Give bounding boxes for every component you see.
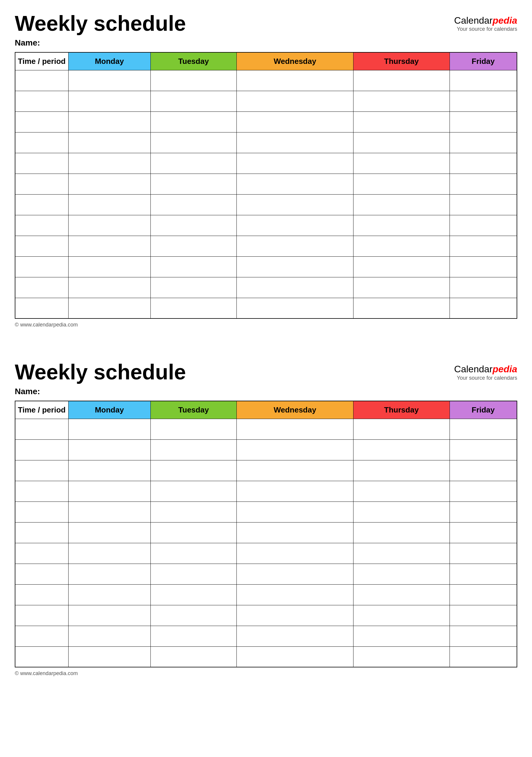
table-row <box>15 439 517 460</box>
header-2: Weekly schedule Calendarpedia Your sourc… <box>15 360 517 384</box>
table-row <box>15 111 517 132</box>
logo-calendar-2: Calendar <box>454 364 493 374</box>
table-row <box>15 481 517 501</box>
schedule-section-1: Weekly schedule Calendarpedia Your sourc… <box>0 0 532 337</box>
th-friday-1: Friday <box>450 52 517 70</box>
th-thursday-1: Thursday <box>353 52 450 70</box>
table-row <box>15 298 517 318</box>
table-row <box>15 91 517 111</box>
th-monday-2: Monday <box>68 401 150 419</box>
table-row <box>15 257 517 277</box>
logo-calendar-1: Calendar <box>454 15 493 26</box>
th-friday-2: Friday <box>450 401 517 419</box>
logo-subtitle-2: Your source for calendars <box>454 375 517 381</box>
header-1: Weekly schedule Calendarpedia Your sourc… <box>15 12 517 35</box>
table-row <box>15 419 517 439</box>
schedule-table-2: Time / period Monday Tuesday Wednesday T… <box>15 401 517 667</box>
table-row <box>15 132 517 153</box>
table-row <box>15 70 517 91</box>
th-time-period-1: Time / period <box>15 52 68 70</box>
logo-2: Calendarpedia Your source for calendars <box>454 360 517 381</box>
page-title-1: Weekly schedule <box>15 12 186 35</box>
th-tuesday-2: Tuesday <box>150 401 237 419</box>
table-row <box>15 584 517 605</box>
table-row <box>15 647 517 667</box>
logo-pedia-2: pedia <box>492 364 517 374</box>
table-row <box>15 543 517 563</box>
logo-text-2: Calendarpedia <box>454 363 517 375</box>
table-row <box>15 173 517 194</box>
footer-2: © www.calendarpedia.com <box>15 670 517 677</box>
name-label-2: Name: <box>15 387 517 396</box>
table-header-row-1: Time / period Monday Tuesday Wednesday T… <box>15 52 517 70</box>
schedule-table-1: Time / period Monday Tuesday Wednesday T… <box>15 52 517 319</box>
table-row <box>15 522 517 543</box>
table-row <box>15 236 517 257</box>
footer-1: © www.calendarpedia.com <box>15 322 517 328</box>
th-monday-1: Monday <box>68 52 150 70</box>
table-row <box>15 605 517 626</box>
logo-pedia-1: pedia <box>492 15 517 26</box>
th-tuesday-1: Tuesday <box>150 52 237 70</box>
th-wednesday-2: Wednesday <box>237 401 353 419</box>
table-row <box>15 501 517 522</box>
table-body-2 <box>15 419 517 667</box>
table-row <box>15 460 517 481</box>
logo-subtitle-1: Your source for calendars <box>454 26 517 32</box>
logo-text-1: Calendarpedia <box>454 15 517 26</box>
logo-1: Calendarpedia Your source for calendars <box>454 12 517 32</box>
name-label-1: Name: <box>15 38 517 47</box>
th-wednesday-1: Wednesday <box>237 52 353 70</box>
table-row <box>15 563 517 584</box>
table-row <box>15 215 517 236</box>
table-row <box>15 194 517 215</box>
page-title-2: Weekly schedule <box>15 360 186 384</box>
th-time-period-2: Time / period <box>15 401 68 419</box>
table-header-row-2: Time / period Monday Tuesday Wednesday T… <box>15 401 517 419</box>
th-thursday-2: Thursday <box>353 401 450 419</box>
table-row <box>15 153 517 173</box>
table-body-1 <box>15 70 517 318</box>
table-row <box>15 277 517 298</box>
schedule-section-2: Weekly schedule Calendarpedia Your sourc… <box>0 348 532 685</box>
table-row <box>15 626 517 647</box>
